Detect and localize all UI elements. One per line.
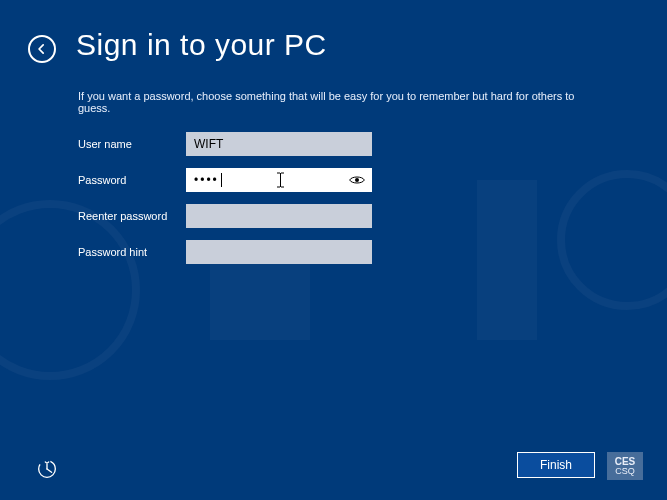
ease-of-access-button[interactable] [36,458,58,480]
kb-layout-line1: CES [615,456,636,467]
finish-button-label: Finish [540,458,572,472]
back-button[interactable] [28,35,56,63]
form-area: If you want a password, choose something… [78,90,598,276]
reenter-password-field[interactable] [186,204,372,228]
password-hint-label: Password hint [78,246,186,258]
finish-button[interactable]: Finish [517,452,595,478]
ease-of-access-icon [37,459,57,479]
reenter-password-label: Reenter password [78,210,186,222]
password-reveal-button[interactable] [346,168,368,192]
eye-icon [349,174,365,186]
password-hint-field[interactable] [186,240,372,264]
keyboard-layout-indicator[interactable]: CES CSQ [607,452,643,480]
svg-point-0 [355,178,359,182]
username-label: User name [78,138,186,150]
username-field[interactable] [186,132,372,156]
password-label: Password [78,174,186,186]
kb-layout-line2: CSQ [615,467,635,477]
password-field[interactable] [186,168,372,192]
page-title: Sign in to your PC [76,28,327,62]
instruction-text: If you want a password, choose something… [78,90,598,114]
back-arrow-icon [35,42,49,56]
